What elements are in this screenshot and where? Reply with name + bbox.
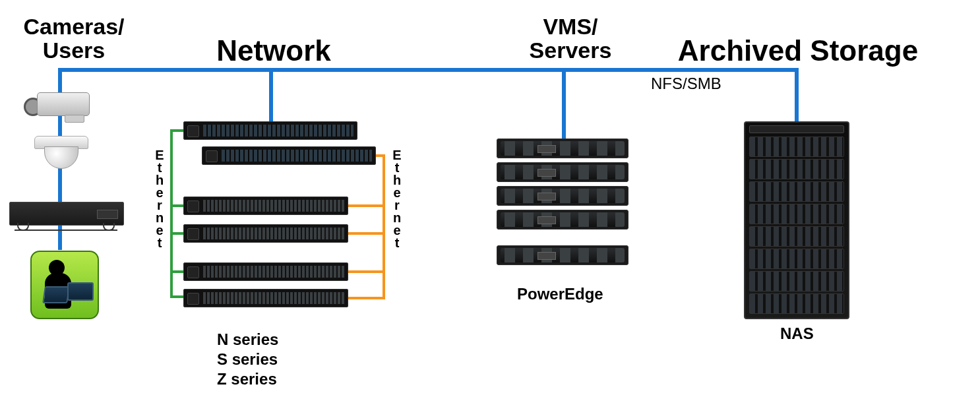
dome-camera-dome-icon: [44, 146, 78, 169]
switch-series-z: Z series: [217, 369, 278, 389]
ethernet-link-orange: [348, 204, 385, 207]
protocol-label-nfs-smb: NFS/SMB: [651, 75, 721, 93]
network-switch-top-1: [183, 121, 357, 140]
network-switch-leaf-1: [183, 197, 348, 215]
nas-storage-rack-icon: [744, 121, 849, 319]
title-network: Network: [204, 36, 343, 65]
nvr-appliance-icon: [9, 202, 124, 226]
topology-bus-line: [58, 68, 797, 72]
poweredge-server-2: [497, 162, 628, 182]
poweredge-server-5: [497, 245, 628, 265]
ethernet-link-green: [170, 270, 183, 273]
switch-series-s: S series: [217, 350, 278, 369]
ethernet-label-right: E t h e r n e t: [390, 149, 404, 249]
servers-caption: PowerEdge: [517, 285, 603, 303]
ethernet-link-orange: [383, 154, 385, 299]
title-cameras: Cameras/ Users: [0, 15, 148, 62]
network-switch-leaf-2: [183, 224, 348, 243]
ethernet-link-orange: [348, 232, 385, 235]
network-switch-top-2: [202, 146, 376, 165]
title-storage: Archived Storage: [640, 36, 956, 65]
network-switch-leaf-4: [183, 289, 348, 307]
ethernet-link-orange: [348, 297, 385, 299]
ip-camera-icon: [24, 88, 96, 121]
poweredge-server-1: [497, 138, 628, 158]
ethernet-link-orange: [348, 270, 385, 273]
bus-drop-servers: [562, 68, 566, 138]
switch-series-n: N series: [217, 330, 278, 350]
ethernet-link-green: [170, 232, 183, 235]
ethernet-link-green: [170, 295, 183, 298]
poweredge-server-4: [497, 210, 628, 230]
nvr-stand-icon: [15, 224, 117, 231]
storage-caption: NAS: [780, 324, 814, 343]
ethernet-link-green: [170, 204, 183, 207]
bus-drop-network: [269, 68, 273, 121]
poweredge-server-3: [497, 186, 628, 206]
operator-user-icon: [30, 251, 99, 319]
switch-series-list: N series S series Z series: [217, 330, 278, 389]
bus-drop-storage: [795, 68, 799, 121]
network-switch-leaf-3: [183, 262, 348, 281]
title-vms: VMS/ Servers: [501, 15, 640, 62]
ethernet-label-left: E t h e r n e t: [153, 149, 166, 249]
